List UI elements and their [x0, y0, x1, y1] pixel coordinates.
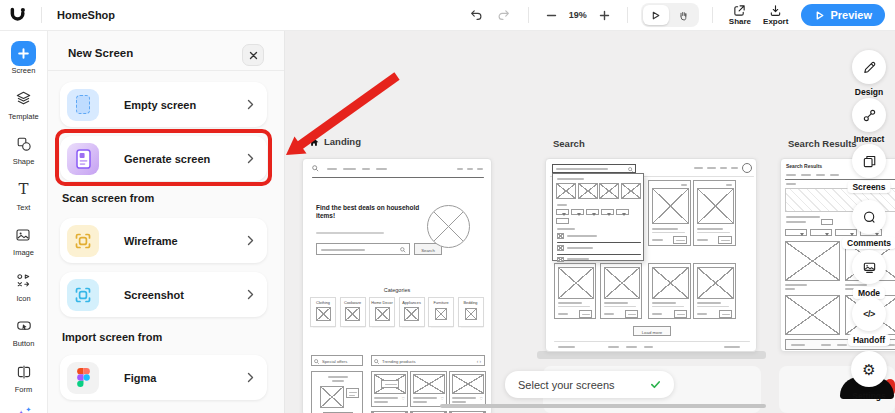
uizard-logo[interactable]: [0, 6, 34, 25]
divider: [528, 7, 529, 23]
cursor-play-icon: [650, 10, 661, 21]
settings-button[interactable]: ⚙: [851, 351, 887, 387]
mode-icon: [862, 260, 877, 275]
sidebar-item-button[interactable]: Button: [13, 315, 35, 348]
sidebar-item-shape[interactable]: Shape: [13, 133, 35, 166]
chevron-right-icon: [247, 372, 254, 383]
plus-icon: [599, 10, 610, 21]
wf-categories-title: Categories: [303, 287, 491, 293]
redo-icon: [497, 8, 511, 22]
left-toolbar: Screen Template Shape T Text Image: [0, 31, 48, 413]
new-screen-panel: New Screen Empty screen Generate screen …: [48, 31, 285, 413]
wf-results-title: Search Results: [786, 163, 822, 169]
interact-button[interactable]: [852, 98, 886, 132]
wireframe-card[interactable]: Wireframe: [60, 218, 267, 263]
preview-label: Preview: [830, 9, 872, 21]
generate-screen-card[interactable]: Generate screen: [60, 136, 267, 181]
screenshot-scan-icon: [67, 279, 99, 311]
divider: [41, 7, 42, 23]
home-icon: [309, 137, 319, 147]
undo-icon: [469, 8, 483, 22]
logo-icon: [8, 6, 27, 25]
select-tool-button[interactable]: [643, 5, 669, 25]
wireframe-landing[interactable]: Find the best deals on household items! …: [302, 158, 492, 413]
magic-sparkles-icon: ✦ ✦: [14, 406, 32, 413]
empty-screen-card[interactable]: Empty screen: [60, 82, 267, 127]
chevron-right-icon: [247, 99, 254, 110]
wf-offer-card: [311, 371, 363, 413]
wireframe-search[interactable]: Load more: [545, 158, 757, 352]
figma-card[interactable]: Figma: [60, 355, 267, 400]
interact-label: Interact: [854, 134, 885, 144]
screen-label-landing[interactable]: Landing: [309, 136, 361, 147]
sidebar-item-image[interactable]: Image: [13, 224, 34, 257]
code-icon: </>: [863, 309, 875, 319]
horizontal-scrollbar[interactable]: [440, 404, 766, 408]
redo-button[interactable]: [493, 6, 515, 24]
export-button[interactable]: Export: [760, 4, 791, 26]
share-icon: [733, 4, 746, 17]
share-button[interactable]: Share: [726, 4, 754, 26]
sidebar-item-template[interactable]: Template: [8, 88, 38, 121]
screens-button[interactable]: [852, 144, 886, 178]
hand-icon: [678, 10, 689, 21]
divider: [712, 7, 713, 23]
wireframe-scan-icon: [67, 225, 99, 257]
preview-button[interactable]: Preview: [801, 4, 885, 26]
screen-label-search[interactable]: Search: [553, 138, 585, 149]
figma-icon: [67, 362, 99, 394]
screens-stack-icon: [862, 154, 877, 169]
interact-nodes-icon: [862, 108, 877, 123]
handoff-button[interactable]: </>: [852, 297, 886, 331]
scan-section-title: Scan screen from: [62, 192, 154, 204]
image-placeholder: [427, 205, 470, 248]
add-screen-icon: [11, 41, 36, 66]
select-screens-tooltip: Select your screens: [505, 371, 674, 398]
minus-icon: [546, 10, 557, 21]
undo-button[interactable]: [465, 6, 487, 24]
sidebar-item-form[interactable]: Form: [15, 361, 33, 394]
hand-tool-button[interactable]: [671, 5, 697, 25]
wf-load-more-button: Load more: [633, 326, 671, 336]
comments-button[interactable]: [852, 200, 886, 234]
app-window: HomeShop 19%: [0, 0, 895, 413]
design-label: Design: [855, 87, 883, 97]
divider: [627, 7, 628, 23]
button-cursor-icon: [16, 315, 32, 337]
settings-label: Settings: [852, 391, 886, 401]
zoom-out-button[interactable]: [542, 8, 561, 23]
sidebar-item-text[interactable]: T Text: [17, 179, 31, 212]
screens-label: Screens: [847, 181, 890, 193]
text-icon: T: [18, 179, 28, 201]
zoom-level: 19%: [567, 10, 589, 20]
panel-close-button[interactable]: [242, 44, 264, 66]
chevron-right-icon: [247, 289, 254, 300]
sidebar-item-icon[interactable]: Icon: [16, 270, 31, 303]
panel-title: New Screen: [68, 47, 133, 59]
screenshot-card[interactable]: Screenshot: [60, 272, 267, 317]
mode-button[interactable]: [852, 250, 886, 284]
pencil-icon: [862, 60, 877, 75]
comments-label: Comments: [842, 237, 895, 249]
project-title[interactable]: HomeShop: [57, 9, 115, 21]
image-icon: [15, 224, 31, 246]
icon-shapes-icon: [16, 270, 31, 292]
screen-label-search-results[interactable]: Search Results: [788, 138, 857, 149]
wf-search-dropdown: [552, 173, 644, 261]
topbar: HomeShop 19%: [0, 0, 895, 31]
layers-icon: [15, 88, 32, 110]
form-input-icon: [16, 361, 32, 383]
share-label: Share: [729, 17, 751, 26]
export-icon: [769, 4, 782, 17]
design-button[interactable]: [852, 50, 886, 84]
sidebar-item-magic[interactable]: ✦ ✦ Magic: [13, 406, 33, 413]
chevron-right-icon: [247, 153, 254, 164]
handoff-label: Handoff: [848, 334, 890, 346]
tool-toggle: [641, 3, 699, 27]
empty-screen-icon: [67, 89, 99, 121]
zoom-in-button[interactable]: [595, 8, 614, 23]
generate-screen-icon: [67, 143, 99, 175]
tooltip-text: Select your screens: [518, 379, 615, 391]
wf-category-row: Clothing Cookware Home Decor Appliances …: [310, 297, 484, 327]
sidebar-item-screen[interactable]: Screen: [11, 42, 36, 75]
